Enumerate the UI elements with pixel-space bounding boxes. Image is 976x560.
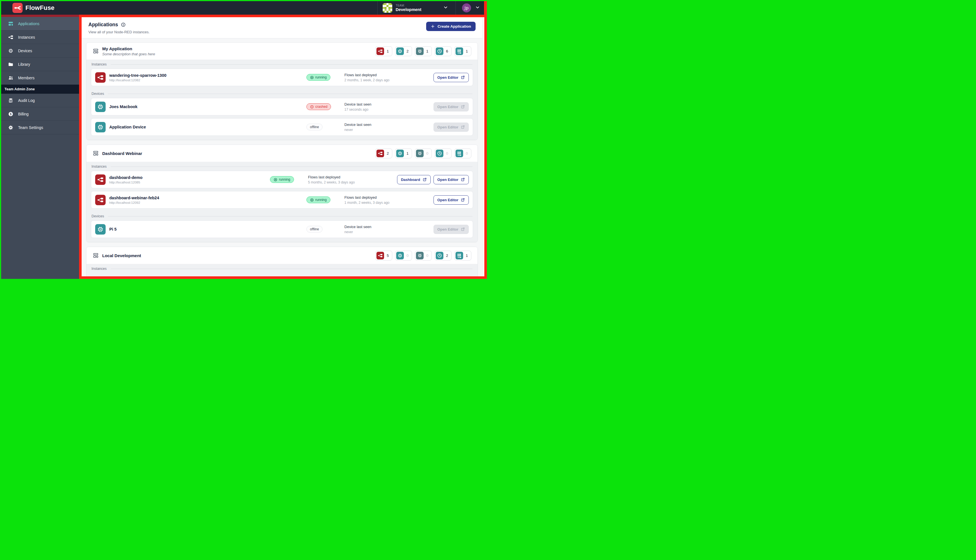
application-card: Local Development 5 0 0 2 1 Instances [86, 247, 478, 276]
status-badge: offline [306, 226, 323, 233]
pipelines-count-badge: 0 [454, 148, 471, 158]
flowfuse-logo[interactable]: FlowFuse [12, 3, 55, 13]
application-stats: 2 1 0 0 0 [375, 148, 471, 158]
instance-meta: Flows last deployed 5 months, 2 weeks, 3… [308, 175, 397, 184]
users-icon [8, 75, 13, 81]
device-groups-count-badge: 0 [415, 251, 432, 260]
devices-count-badge: 2 [395, 46, 412, 56]
create-application-button[interactable]: Create Application [426, 22, 475, 31]
sidebar-item-members[interactable]: Members [1, 71, 79, 85]
node-red-flow-icon [377, 150, 384, 157]
chip-group-icon [416, 47, 424, 55]
node-red-flow-icon [95, 195, 106, 205]
device-status: offline [306, 123, 345, 130]
page-header-text: Applications View all of your Node-RED i… [88, 22, 150, 34]
meta-value: never [345, 128, 434, 132]
team-info: TEAM: Development [395, 4, 421, 12]
instance-meta: Flows last deployed 2 months, 1 week, 2 … [345, 73, 434, 82]
device-row[interactable]: Pi 5 offline Device last seen never [91, 220, 473, 238]
device-identity: Pi 5 [95, 224, 306, 235]
open-editor-button-disabled[interactable]: Open Editor [434, 122, 469, 132]
pipeline-icon [455, 252, 463, 259]
device-status: crashed [306, 103, 345, 110]
chip-icon [95, 122, 106, 132]
sidebar-item-team-settings[interactable]: Team Settings [1, 121, 79, 134]
node-red-flow-icon [8, 35, 13, 40]
annotation-red-highlight-box: Applications View all of your Node-RED i… [79, 15, 487, 279]
instance-name: dashboard-webinar-feb24 [109, 196, 159, 200]
instance-status: running [270, 176, 308, 183]
status-badge: crashed [306, 103, 331, 110]
instance-actions: Open Editor [434, 195, 469, 205]
device-groups-count-badge: 1 [415, 46, 432, 56]
device-meta: Device last seen 17 seconds ago [345, 102, 434, 112]
meta-value: never [345, 230, 434, 234]
sidebar-item-audit-log[interactable]: Audit Log [1, 94, 79, 107]
device-row[interactable]: Application Device offline Device last s… [91, 118, 473, 136]
open-editor-button[interactable]: Open Editor [434, 175, 469, 184]
open-editor-button[interactable]: Open Editor [434, 195, 469, 205]
open-editor-button-disabled[interactable]: Open Editor [434, 225, 469, 234]
meta-value: 2 months, 1 week, 2 days ago [345, 78, 434, 82]
user-menu[interactable]: jp [456, 1, 483, 15]
annotation-red-strip [484, 1, 487, 15]
application-name[interactable]: My Application [102, 46, 155, 51]
status-badge: running [306, 74, 330, 81]
application-card-body: Instances [87, 264, 477, 276]
external-link-icon [460, 75, 465, 80]
clock-icon [436, 47, 444, 55]
status-badge: running [270, 176, 294, 183]
pipelines-count-badge: 1 [454, 46, 471, 56]
team-selector[interactable]: TEAM: Development [377, 1, 456, 15]
instance-row[interactable]: dashboard-webinar-feb24 http://localhost… [91, 191, 473, 208]
gear-icon [8, 125, 13, 130]
instance-row[interactable]: dashboard-demo http://localhost:12085 ru… [91, 171, 473, 188]
sidebar-item-label: Team Settings [18, 125, 43, 130]
application-card-body: Instances wandering-tree-sparrow-1300 ht… [87, 60, 477, 140]
sidebar-item-billing[interactable]: Billing [1, 107, 79, 121]
node-red-flow-icon [95, 175, 106, 185]
open-editor-button-disabled[interactable]: Open Editor [434, 102, 469, 112]
device-actions: Open Editor [434, 102, 469, 112]
device-status: offline [306, 226, 345, 233]
sidebar-item-applications[interactable]: Applications [1, 17, 79, 30]
devices-count-badge: 1 [395, 148, 412, 158]
sidebar-item-instances[interactable]: Instances [1, 30, 79, 44]
device-name: Application Device [109, 125, 146, 129]
snapshots-count-badge: 6 [435, 46, 452, 56]
meta-label: Flows last deployed [345, 73, 434, 77]
instance-url: http://localhost:12082 [109, 78, 166, 82]
team-name: Development [395, 7, 421, 12]
chip-icon [396, 47, 404, 55]
sidebar-item-devices[interactable]: Devices [1, 44, 79, 58]
status-badge: running [306, 197, 330, 203]
device-row[interactable]: Joes Macbook crashed Device last seen 17… [91, 98, 473, 115]
info-icon[interactable] [121, 22, 126, 27]
flowfuse-logo-icon [12, 3, 23, 13]
devices-count-badge: 0 [395, 251, 412, 260]
sidebar-item-label: Library [18, 62, 30, 67]
application-name[interactable]: Dashboard Webinar [102, 151, 142, 156]
application-icon [93, 252, 99, 258]
instance-identity: dashboard-demo http://localhost:12085 [95, 175, 270, 185]
instance-name-block: dashboard-demo http://localhost:12085 [109, 175, 143, 184]
instances-section-label: Instances [91, 60, 473, 68]
application-name[interactable]: Local Development [102, 253, 141, 258]
application-icon [93, 48, 99, 54]
external-link-icon [460, 198, 465, 202]
clock-icon [436, 150, 444, 157]
device-identity: Joes Macbook [95, 102, 306, 112]
chevron-down-icon [443, 5, 448, 11]
application-stats: 5 0 0 2 1 [375, 251, 471, 260]
dollar-icon [8, 111, 13, 117]
external-link-icon [460, 105, 465, 109]
dashboard-button[interactable]: Dashboard [397, 175, 430, 184]
instance-row[interactable]: wandering-tree-sparrow-1300 http://local… [91, 68, 473, 86]
scrollbar[interactable] [482, 17, 484, 276]
instance-identity: wandering-tree-sparrow-1300 http://local… [95, 72, 306, 83]
sidebar-item-library[interactable]: Library [1, 58, 79, 71]
page-title: Applications [88, 22, 118, 28]
open-editor-button[interactable]: Open Editor [434, 73, 469, 82]
chip-icon [396, 252, 404, 259]
external-link-icon [422, 178, 427, 182]
